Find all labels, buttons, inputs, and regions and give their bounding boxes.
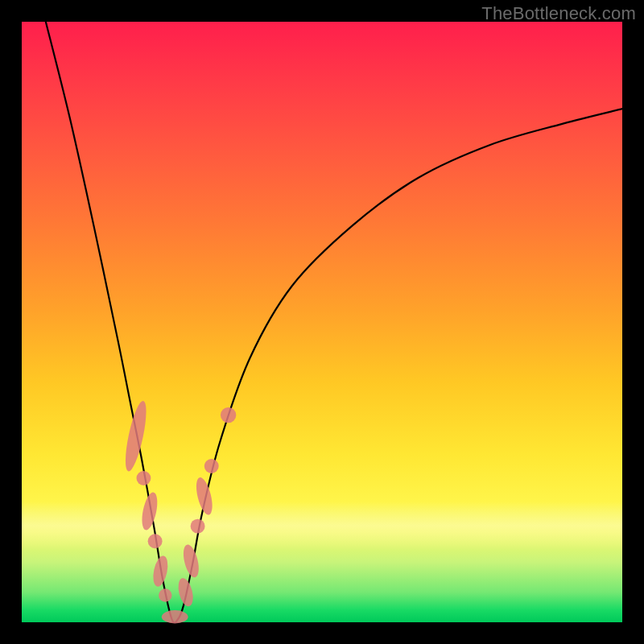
- right-blob-low1: [175, 576, 196, 608]
- left-blob-upper: [122, 399, 151, 473]
- chart-frame: TheBottleneck.com: [0, 0, 644, 644]
- watermark-label: TheBottleneck.com: [481, 3, 636, 24]
- chart-svg: [22, 22, 622, 622]
- bottleneck-curve: [46, 22, 622, 623]
- left-blob-mid1: [136, 471, 151, 485]
- right-blob-low2: [180, 543, 201, 580]
- bottom-blob: [162, 610, 188, 623]
- plot-area: [22, 22, 622, 622]
- right-blob-mid1: [191, 519, 205, 534]
- left-blob-low2: [159, 588, 171, 601]
- data-point-markers: [122, 399, 237, 623]
- right-blob-mid2: [193, 476, 215, 516]
- left-blob-mid2: [139, 491, 160, 531]
- left-blob-low1: [151, 555, 170, 588]
- right-blob-upper: [221, 407, 236, 423]
- right-blob-mid3: [204, 459, 219, 473]
- left-blob-mid3: [148, 534, 163, 548]
